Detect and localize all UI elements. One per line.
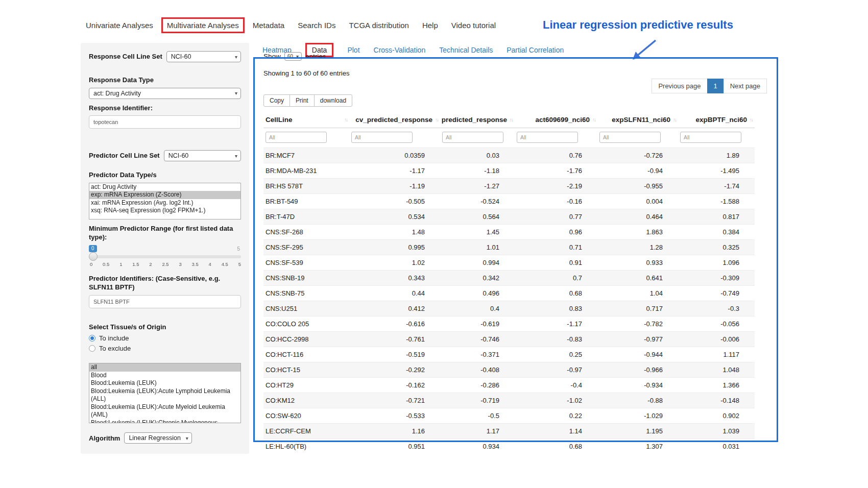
sort-icon[interactable]: ↑↓ (344, 117, 347, 123)
cell-value: 0.44 (349, 286, 440, 301)
algorithm-select[interactable]: Linear Regression ▾ (124, 432, 191, 444)
table-row[interactable]: CNS:SNB-750.440.4960.681.04-0.749 (263, 286, 755, 301)
cell-value: -0.955 (597, 179, 678, 194)
nav-item-multivariate-analyses[interactable]: Multivariate Analyses (161, 17, 245, 33)
cell-value: -0.519 (349, 347, 440, 362)
column-header-expslfn11-nci60[interactable]: expSLFN11_nci60↑↓ (597, 112, 678, 128)
predictor-identifiers-input[interactable] (89, 295, 241, 308)
cell-value: 0.77 (515, 209, 597, 225)
listbox-option-exp-mrna-expression-z-score[interactable]: exp: mRNA Expression (Z-Score) (89, 191, 240, 199)
table-row[interactable]: CO:HT29-0.162-0.286-0.4-0.9341.366 (263, 378, 755, 393)
cell-value: -0.505 (349, 194, 440, 209)
table-row[interactable]: BR:HS 578T-1.19-1.27-2.19-0.955-1.74 (263, 179, 755, 194)
table-row[interactable]: CNS:SF-2950.9951.010.711.280.325 (263, 240, 755, 255)
table-row[interactable]: CNS:SF-2681.481.450.961.8630.384 (263, 225, 755, 240)
sort-icon[interactable]: ↑↓ (750, 117, 753, 123)
sort-icon[interactable]: ↑↓ (510, 117, 513, 123)
listbox-option-xai-mrna-expression-avg-log2-int[interactable]: xai: mRNA Expression (Avg. log2 Int.) (89, 199, 240, 207)
table-row[interactable]: CNS:SNB-190.3430.3420.70.641-0.309 (263, 271, 755, 286)
previous-page-button[interactable]: Previous page (652, 79, 707, 93)
nav-item-video-tutorial[interactable]: Video tutorial (446, 18, 501, 33)
cell-value: -0.749 (678, 286, 755, 301)
filter-input-expslfn11-nci60[interactable] (599, 132, 661, 143)
predictor-identifiers-label: Predictor Identifiers: (Case-Sensitive, … (89, 274, 241, 292)
min-predictor-range-label: Minimum Predictor Range (for first liste… (89, 224, 241, 242)
listbox-option-blood-leukemia-leuk[interactable]: Blood:Leukemia (LEUK) (89, 379, 240, 387)
cell-value: -1.588 (678, 194, 755, 209)
page-number-button[interactable]: 1 (707, 79, 724, 93)
cell-value: 1.17 (440, 424, 515, 439)
predictor-cell-line-set-select[interactable]: NCI-60 ▾ (164, 150, 241, 161)
cell-value: 0.71 (515, 240, 597, 255)
filter-input-cv-predicted-response[interactable] (351, 132, 413, 143)
listbox-option-blood-leukemia-leuk-chronic-myelogenous-[interactable]: Blood:Leukemia (LEUK):Chronic Myelogenou… (89, 419, 240, 424)
sort-icon[interactable]: ↑↓ (435, 117, 438, 123)
listbox-option-blood-leukemia-leuk-acute-lymphoid-leuke[interactable]: Blood:Leukemia (LEUK):Acute Lymphoid Leu… (89, 387, 240, 403)
table-row[interactable]: CO:SW-620-0.533-0.50.22-1.0290.902 (263, 408, 755, 424)
next-page-button[interactable]: Next page (724, 79, 767, 93)
slider-handle[interactable] (89, 252, 98, 261)
filter-input-expbptf-nci60[interactable] (680, 132, 741, 143)
cell-value: -0.721 (349, 393, 440, 408)
table-row[interactable]: CNS:SF-5391.020.9940.910.9331.096 (263, 255, 755, 271)
cell-value: 0.933 (597, 255, 678, 271)
nav-item-search-ids[interactable]: Search IDs (293, 18, 341, 33)
response-cell-line-set-label: Response Cell Line Set (89, 52, 162, 61)
table-row[interactable]: BR:T-47D0.5340.5640.770.4640.817 (263, 209, 755, 225)
cell-value: -0.88 (597, 393, 678, 408)
cell-value: 0.76 (515, 148, 597, 163)
table-row[interactable]: CO:HCT-15-0.292-0.408-0.97-0.9661.048 (263, 362, 755, 378)
table-row[interactable]: CO:KM12-0.721-0.719-1.02-0.88-0.148 (263, 393, 755, 408)
response-cell-line-set-select[interactable]: NCI-60 ▾ (166, 51, 241, 62)
table-row[interactable]: BR:MCF70.03590.030.76-0.7261.89 (263, 148, 755, 163)
column-header-cv-predicted-response[interactable]: cv_predicted_response↑↓ (349, 112, 440, 128)
predictor-data-type-listbox[interactable]: act: Drug Activityexp: mRNA Expression (… (89, 183, 241, 219)
table-row[interactable]: CNS:U2510.4120.40.830.717-0.3 (263, 301, 755, 316)
cell-value: -0.292 (349, 362, 440, 378)
filter-input-act609699-nci60[interactable] (517, 132, 578, 143)
radio-to-include[interactable]: To include (89, 334, 241, 342)
listbox-option-act-drug-activity[interactable]: act: Drug Activity (89, 183, 240, 191)
predictor-cell-line-set-label: Predictor Cell Line Set (89, 151, 160, 160)
cell-value: 0.004 (597, 194, 678, 209)
response-data-type-select[interactable]: act: Drug Activity ▾ (89, 88, 241, 99)
copy-button[interactable]: Copy (263, 94, 290, 107)
listbox-option-blood-leukemia-leuk-acute-myeloid-leukem[interactable]: Blood:Leukemia (LEUK):Acute Myeloid Leuk… (89, 403, 240, 419)
cell-value: 0.7 (515, 271, 597, 286)
response-identifier-input[interactable] (89, 115, 241, 129)
filter-input-predicted-response[interactable] (442, 132, 503, 143)
table-row[interactable]: LE:HL-60(TB)0.9510.9340.681.3070.031 (263, 439, 755, 454)
column-header-expbptf-nci60[interactable]: expBPTF_nci60↑↓ (678, 112, 755, 128)
nav-item-tcga-distribution[interactable]: TCGA distribution (344, 18, 414, 33)
nav-item-help[interactable]: Help (417, 18, 443, 33)
table-row[interactable]: BR:BT-549-0.505-0.524-0.160.004-1.588 (263, 194, 755, 209)
table-row[interactable]: CO:HCT-116-0.519-0.3710.25-0.9441.117 (263, 347, 755, 362)
print-button[interactable]: Print (290, 94, 315, 107)
cell-line-name: CO:HCC-2998 (263, 332, 349, 347)
table-row[interactable]: CO:HCC-2998-0.761-0.746-0.83-0.977-0.006 (263, 332, 755, 347)
radio-to-exclude[interactable]: To exclude (89, 345, 241, 352)
table-row[interactable]: CO:COLO 205-0.616-0.619-1.17-0.782-0.056 (263, 316, 755, 332)
column-label: cv_predicted_response (355, 116, 432, 124)
nav-item-univariate-analyses[interactable]: Univariate Analyses (81, 18, 158, 33)
radio-icon[interactable] (89, 335, 95, 341)
cell-value: 1.48 (349, 225, 440, 240)
sort-icon[interactable]: ↑↓ (673, 117, 676, 123)
filter-input-cellline[interactable] (266, 132, 327, 143)
listbox-option-blood[interactable]: Blood (89, 372, 240, 380)
listbox-option-xsq-rna-seq-expression-log2-fpkm-1[interactable]: xsq: RNA-seq Expression (log2 FPKM+1.) (89, 207, 240, 215)
slider-track[interactable] (89, 255, 241, 258)
sort-icon[interactable]: ↑↓ (592, 117, 595, 123)
table-row[interactable]: LE:CCRF-CEM1.161.171.141.1951.039 (263, 424, 755, 439)
min-predictor-range-slider[interactable]: 0 5 00.511.522.533.544.55 (89, 245, 241, 270)
download-button[interactable]: download (314, 94, 352, 107)
radio-icon[interactable] (89, 345, 95, 352)
listbox-option-all[interactable]: all (89, 363, 240, 372)
table-row[interactable]: BR:MDA-MB-231-1.17-1.18-1.76-0.94-1.495 (263, 163, 755, 179)
nav-item-metadata[interactable]: Metadata (248, 18, 290, 33)
column-header-cellline[interactable]: CellLine↑↓ (263, 112, 349, 128)
column-header-act609699-nci60[interactable]: act609699_nci60↑↓ (515, 112, 597, 128)
column-header-predicted-response[interactable]: predicted_response↑↓ (440, 112, 515, 128)
tissue-listbox[interactable]: allBloodBlood:Leukemia (LEUK)Blood:Leuke… (89, 363, 241, 423)
show-entries-select[interactable]: 60 ▾ (284, 52, 302, 61)
